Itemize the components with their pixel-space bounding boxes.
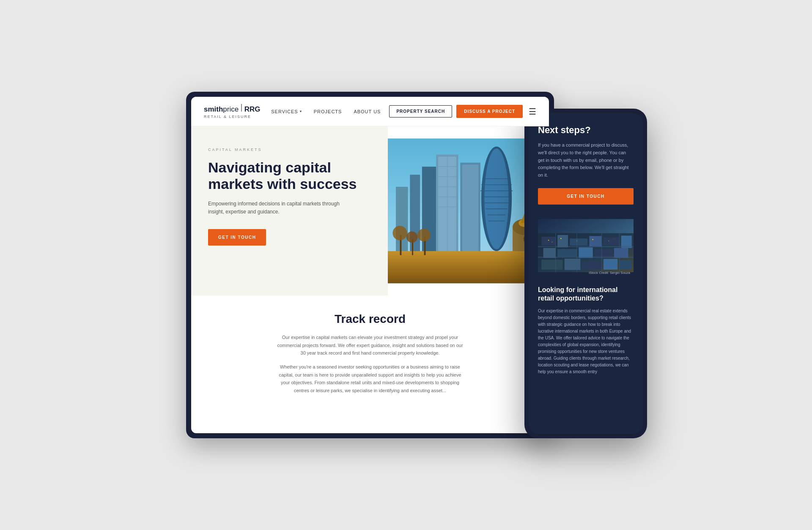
logo-subtitle: RETAIL & LEISURE — [204, 115, 260, 119]
hero-description: Empowering informed decisions in capital… — [208, 200, 343, 216]
svg-rect-54 — [582, 261, 602, 270]
property-search-button[interactable]: PROPERTY SEARCH — [389, 105, 452, 117]
svg-rect-43 — [570, 239, 587, 246]
navbar: smithpriceRRG RETAIL & LEISURE SERVICES … — [191, 97, 549, 126]
tablet-frame: smithpriceRRG RETAIL & LEISURE SERVICES … — [186, 92, 554, 438]
svg-rect-48 — [557, 249, 577, 257]
svg-point-59 — [560, 238, 562, 239]
svg-rect-51 — [614, 248, 628, 258]
logo-rrg: RRG — [244, 105, 261, 114]
svg-point-58 — [552, 242, 553, 243]
phone-cta-button[interactable]: GET IN TOUCH — [538, 188, 634, 205]
phone-card-image — [538, 214, 634, 277]
scene: smithpriceRRG RETAIL & LEISURE SERVICES … — [152, 75, 660, 455]
logo-divider — [241, 104, 242, 112]
svg-rect-55 — [604, 259, 617, 270]
svg-rect-42 — [557, 235, 568, 247]
nav-projects[interactable]: PROJECTS — [314, 109, 342, 114]
svg-rect-52 — [541, 260, 562, 270]
svg-rect-56 — [620, 260, 632, 270]
track-record-para2: Whether you're a seasoned investor seeki… — [275, 363, 465, 395]
logo: smithpriceRRG RETAIL & LEISURE — [204, 104, 260, 119]
hero-cta-button[interactable]: GET IN TOUCH — [208, 229, 266, 246]
phone-section2-title: Looking for international retail opportu… — [538, 286, 634, 303]
svg-point-5 — [485, 148, 509, 249]
nav-about[interactable]: ABOUT US — [354, 109, 381, 114]
svg-rect-44 — [589, 236, 601, 247]
svg-point-34 — [393, 226, 407, 240]
hero-label: CAPITAL MARKETS — [208, 148, 371, 152]
nav-links: SERVICES ▾ PROJECTS ABOUT US — [271, 109, 381, 114]
svg-rect-23 — [462, 165, 478, 257]
phone-image-card: iStock Credit: Sergio Souza — [538, 214, 634, 277]
phone-content: Next steps? If you have a commercial pro… — [529, 113, 643, 384]
svg-rect-47 — [543, 248, 556, 258]
svg-rect-49 — [579, 248, 593, 258]
phone-section1-title: Next steps? — [538, 125, 634, 136]
svg-point-57 — [548, 240, 549, 241]
hero-section: CAPITAL MARKETS Navigating capital marke… — [191, 126, 549, 295]
logo-price: price — [223, 105, 239, 114]
svg-rect-1 — [396, 187, 408, 259]
svg-point-36 — [418, 229, 431, 241]
svg-rect-50 — [595, 249, 612, 258]
hero-title: Navigating capital markets with success — [208, 159, 371, 192]
tablet-screen: smithpriceRRG RETAIL & LEISURE SERVICES … — [191, 97, 549, 433]
svg-point-35 — [406, 232, 418, 243]
nav-services[interactable]: SERVICES ▾ — [271, 109, 302, 114]
track-record-section: Track record Our expertise in capital ma… — [191, 295, 549, 413]
phone-frame: Next steps? If you have a commercial pro… — [524, 109, 647, 438]
svg-point-62 — [609, 241, 609, 242]
chevron-down-icon: ▾ — [300, 109, 302, 113]
phone-section2-desc: Our expertise in commercial real estate … — [538, 308, 634, 375]
phone-section1-desc: If you have a commercial project to disc… — [538, 142, 634, 179]
svg-rect-45 — [604, 238, 620, 245]
svg-rect-41 — [541, 237, 555, 246]
image-credit: iStock Credit: Sergio Souza — [589, 271, 630, 275]
track-record-title: Track record — [204, 312, 536, 326]
svg-rect-2 — [410, 175, 420, 259]
hero-content: CAPITAL MARKETS Navigating capital marke… — [191, 126, 388, 295]
phone-screen: Next steps? If you have a commercial pro… — [529, 113, 643, 434]
discuss-project-button[interactable]: DISCUSS A PROJECT — [456, 105, 523, 118]
track-record-para1: Our expertise in capital markets can ele… — [275, 333, 465, 357]
svg-rect-53 — [565, 259, 581, 270]
svg-point-61 — [592, 239, 593, 240]
menu-icon[interactable]: ☰ — [529, 107, 536, 117]
logo-smith: smith — [204, 105, 223, 114]
